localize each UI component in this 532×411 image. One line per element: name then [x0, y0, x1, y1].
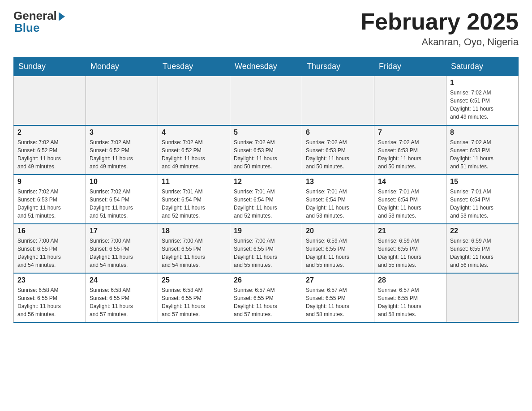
day-number: 1: [450, 79, 515, 87]
day-info: Sunrise: 7:00 AM Sunset: 6:55 PM Dayligh…: [90, 237, 154, 269]
day-number: 18: [162, 227, 226, 235]
calendar-cell: 24Sunrise: 6:58 AM Sunset: 6:55 PM Dayli…: [86, 273, 158, 322]
day-header-tuesday: Tuesday: [158, 57, 230, 76]
calendar-cell: [14, 76, 86, 125]
day-number: 21: [378, 227, 442, 235]
logo: General Blue: [13, 9, 65, 35]
calendar-cell: 4Sunrise: 7:02 AM Sunset: 6:52 PM Daylig…: [158, 125, 230, 175]
day-number: 25: [162, 276, 226, 284]
calendar-cell: 7Sunrise: 7:02 AM Sunset: 6:53 PM Daylig…: [374, 125, 446, 175]
calendar-cell: 13Sunrise: 7:01 AM Sunset: 6:54 PM Dayli…: [302, 175, 374, 224]
day-info: Sunrise: 7:02 AM Sunset: 6:52 PM Dayligh…: [90, 138, 154, 171]
day-info: Sunrise: 7:02 AM Sunset: 6:53 PM Dayligh…: [234, 138, 298, 171]
day-info: Sunrise: 7:02 AM Sunset: 6:52 PM Dayligh…: [162, 138, 226, 171]
calendar-table: SundayMondayTuesdayWednesdayThursdayFrid…: [13, 57, 519, 323]
day-info: Sunrise: 7:01 AM Sunset: 6:54 PM Dayligh…: [234, 188, 298, 220]
day-info: Sunrise: 7:02 AM Sunset: 6:53 PM Dayligh…: [450, 138, 515, 171]
day-info: Sunrise: 7:01 AM Sunset: 6:54 PM Dayligh…: [378, 188, 442, 220]
calendar-cell: 3Sunrise: 7:02 AM Sunset: 6:52 PM Daylig…: [86, 125, 158, 175]
day-number: 27: [306, 276, 370, 284]
day-info: Sunrise: 6:58 AM Sunset: 6:55 PM Dayligh…: [162, 286, 226, 318]
month-title: February 2025: [360, 9, 519, 34]
calendar-cell: 14Sunrise: 7:01 AM Sunset: 6:54 PM Dayli…: [374, 175, 446, 224]
calendar-cell: 2Sunrise: 7:02 AM Sunset: 6:52 PM Daylig…: [14, 125, 86, 175]
day-number: 19: [234, 227, 298, 235]
calendar-cell: 23Sunrise: 6:58 AM Sunset: 6:55 PM Dayli…: [14, 273, 86, 322]
day-info: Sunrise: 6:59 AM Sunset: 6:55 PM Dayligh…: [306, 237, 370, 269]
day-header-sunday: Sunday: [14, 57, 86, 76]
calendar-week-1: 1Sunrise: 7:02 AM Sunset: 6:51 PM Daylig…: [14, 76, 519, 125]
day-info: Sunrise: 7:02 AM Sunset: 6:51 PM Dayligh…: [450, 89, 515, 121]
day-info: Sunrise: 7:01 AM Sunset: 6:54 PM Dayligh…: [306, 188, 370, 220]
calendar-cell: 18Sunrise: 7:00 AM Sunset: 6:55 PM Dayli…: [158, 224, 230, 273]
calendar-cell: [374, 76, 446, 125]
calendar-header-row: SundayMondayTuesdayWednesdayThursdayFrid…: [14, 57, 519, 76]
day-number: 20: [306, 227, 370, 235]
day-header-friday: Friday: [374, 57, 446, 76]
day-number: 15: [450, 178, 515, 186]
day-info: Sunrise: 7:02 AM Sunset: 6:53 PM Dayligh…: [306, 138, 370, 171]
day-info: Sunrise: 7:02 AM Sunset: 6:54 PM Dayligh…: [90, 188, 154, 220]
day-number: 10: [90, 178, 154, 186]
calendar-cell: [230, 76, 302, 125]
calendar-cell: 6Sunrise: 7:02 AM Sunset: 6:53 PM Daylig…: [302, 125, 374, 175]
calendar-cell: 17Sunrise: 7:00 AM Sunset: 6:55 PM Dayli…: [86, 224, 158, 273]
calendar-cell: [446, 273, 519, 322]
day-number: 23: [17, 276, 82, 284]
day-number: 9: [17, 178, 82, 186]
day-info: Sunrise: 6:59 AM Sunset: 6:55 PM Dayligh…: [378, 237, 442, 269]
title-area: February 2025 Akanran, Oyo, Nigeria: [360, 9, 519, 48]
day-number: 5: [234, 128, 298, 137]
day-number: 13: [306, 178, 370, 186]
logo-blue-text: Blue: [14, 21, 39, 35]
day-header-wednesday: Wednesday: [230, 57, 302, 76]
day-info: Sunrise: 7:00 AM Sunset: 6:55 PM Dayligh…: [234, 237, 298, 269]
logo-arrow-icon: [59, 12, 65, 21]
day-number: 17: [90, 227, 154, 235]
calendar-cell: 5Sunrise: 7:02 AM Sunset: 6:53 PM Daylig…: [230, 125, 302, 175]
day-info: Sunrise: 6:57 AM Sunset: 6:55 PM Dayligh…: [378, 286, 442, 318]
day-info: Sunrise: 7:00 AM Sunset: 6:55 PM Dayligh…: [17, 237, 82, 269]
calendar-cell: 25Sunrise: 6:58 AM Sunset: 6:55 PM Dayli…: [158, 273, 230, 322]
day-info: Sunrise: 7:01 AM Sunset: 6:54 PM Dayligh…: [450, 188, 515, 220]
day-info: Sunrise: 6:58 AM Sunset: 6:55 PM Dayligh…: [90, 286, 154, 318]
calendar-cell: 20Sunrise: 6:59 AM Sunset: 6:55 PM Dayli…: [302, 224, 374, 273]
calendar-cell: [302, 76, 374, 125]
calendar-cell: 19Sunrise: 7:00 AM Sunset: 6:55 PM Dayli…: [230, 224, 302, 273]
day-info: Sunrise: 7:00 AM Sunset: 6:55 PM Dayligh…: [162, 237, 226, 269]
day-info: Sunrise: 6:59 AM Sunset: 6:55 PM Dayligh…: [450, 237, 515, 269]
calendar-cell: 8Sunrise: 7:02 AM Sunset: 6:53 PM Daylig…: [446, 125, 519, 175]
day-number: 3: [90, 128, 154, 137]
calendar-cell: 9Sunrise: 7:02 AM Sunset: 6:53 PM Daylig…: [14, 175, 86, 224]
day-number: 16: [17, 227, 82, 235]
calendar-week-5: 23Sunrise: 6:58 AM Sunset: 6:55 PM Dayli…: [14, 273, 519, 322]
day-number: 8: [450, 128, 515, 137]
day-number: 11: [162, 178, 226, 186]
calendar-week-4: 16Sunrise: 7:00 AM Sunset: 6:55 PM Dayli…: [14, 224, 519, 273]
day-info: Sunrise: 6:57 AM Sunset: 6:55 PM Dayligh…: [234, 286, 298, 318]
calendar-cell: 28Sunrise: 6:57 AM Sunset: 6:55 PM Dayli…: [374, 273, 446, 322]
calendar-cell: 21Sunrise: 6:59 AM Sunset: 6:55 PM Dayli…: [374, 224, 446, 273]
calendar-week-2: 2Sunrise: 7:02 AM Sunset: 6:52 PM Daylig…: [14, 125, 519, 175]
day-number: 14: [378, 178, 442, 186]
day-number: 7: [378, 128, 442, 137]
day-number: 4: [162, 128, 226, 137]
day-header-thursday: Thursday: [302, 57, 374, 76]
calendar-cell: [86, 76, 158, 125]
calendar-cell: 10Sunrise: 7:02 AM Sunset: 6:54 PM Dayli…: [86, 175, 158, 224]
day-info: Sunrise: 6:58 AM Sunset: 6:55 PM Dayligh…: [17, 286, 82, 318]
day-number: 26: [234, 276, 298, 284]
day-info: Sunrise: 7:01 AM Sunset: 6:54 PM Dayligh…: [162, 188, 226, 220]
location-text: Akanran, Oyo, Nigeria: [360, 36, 519, 48]
calendar-cell: 11Sunrise: 7:01 AM Sunset: 6:54 PM Dayli…: [158, 175, 230, 224]
day-info: Sunrise: 6:57 AM Sunset: 6:55 PM Dayligh…: [306, 286, 370, 318]
calendar-cell: 15Sunrise: 7:01 AM Sunset: 6:54 PM Dayli…: [446, 175, 519, 224]
calendar-cell: 27Sunrise: 6:57 AM Sunset: 6:55 PM Dayli…: [302, 273, 374, 322]
day-number: 12: [234, 178, 298, 186]
day-number: 22: [450, 227, 515, 235]
calendar-cell: [158, 76, 230, 125]
day-info: Sunrise: 7:02 AM Sunset: 6:53 PM Dayligh…: [17, 188, 82, 220]
day-number: 6: [306, 128, 370, 137]
page-header: General Blue February 2025 Akanran, Oyo,…: [13, 9, 519, 48]
day-header-monday: Monday: [86, 57, 158, 76]
